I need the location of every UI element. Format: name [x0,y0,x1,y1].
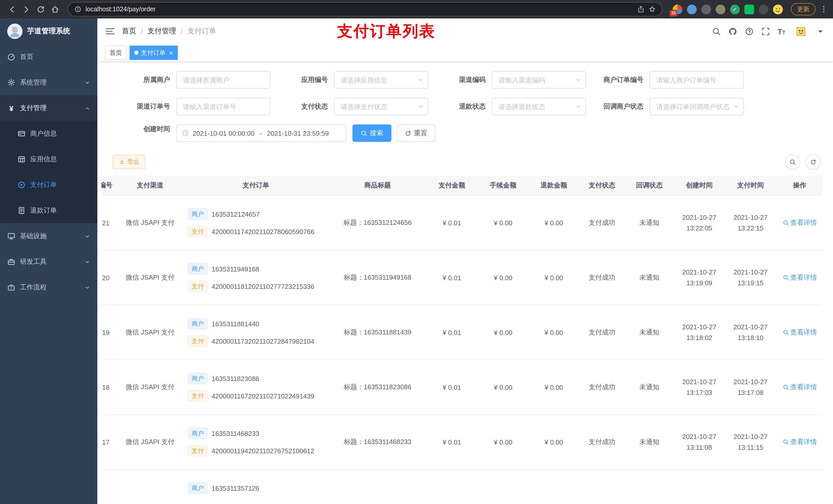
workflow-icon [7,283,15,291]
sidebar-item[interactable]: 支付订单 [0,172,97,198]
view-detail-link[interactable]: 查看详情 [783,218,817,227]
cell-channel: 微信 JSAPI 支付 [117,195,183,250]
filter-input-field[interactable] [335,72,428,88]
channel-pay-no: 4200001167202110271022491439 [212,392,314,400]
sidebar-item[interactable]: ¥支付管理 [0,95,97,121]
download-icon [119,159,125,165]
home-icon[interactable] [48,3,62,16]
filter-select[interactable] [649,98,744,115]
refresh-icon [405,130,411,137]
extension-dark-circle-icon[interactable] [701,4,711,14]
cell-created-time: 2021-10-2713:22:05 [674,195,725,250]
cell-id: 17 [101,415,117,470]
cell-id: 20 [101,250,117,305]
cell-fee: ¥ 0.00 [477,195,529,250]
sidebar-logo[interactable]: 芋道管理系统 [0,19,97,44]
filter-input[interactable] [649,71,744,89]
browser-menu-icon[interactable] [820,5,828,13]
search-button[interactable]: 搜索 [353,124,391,142]
share-icon[interactable] [637,6,644,13]
filter-input-field[interactable] [650,72,743,88]
cell-notify: 未通知 [625,250,674,305]
font-size-icon[interactable]: TT [778,27,785,35]
filter-input-field[interactable] [492,72,586,88]
filter-input[interactable] [176,71,270,89]
address-bar[interactable]: localhost:1024/pay/order [68,2,662,16]
cell-notify [625,470,674,504]
sidebar-item[interactable]: 系统管理 [0,70,97,95]
user-menu-caret-icon[interactable] [816,27,825,35]
tab-close-icon[interactable]: × [169,49,173,56]
breadcrumb-item[interactable]: 支付管理 [147,27,176,36]
extension-blue-drop-icon[interactable] [687,4,697,14]
cell-amount: ¥ 0.01 [426,195,477,250]
fullscreen-icon[interactable] [761,27,770,35]
cell-status: 支付成功 [579,195,625,250]
cell-title: 标题：1635311468233 [329,415,426,470]
sidebar-item[interactable]: 工作流程 [0,274,97,300]
pay-tag: 支付 [188,335,208,347]
sidebar-item[interactable]: 研发工具 [0,249,97,274]
merchant-tag: 商户 [188,318,208,329]
tab-item[interactable]: 首页 [105,46,126,60]
sidebar-item[interactable]: 退款订单 [0,198,97,223]
github-icon[interactable] [728,27,737,35]
filter-input-field[interactable] [650,98,743,115]
back-icon[interactable] [5,3,19,16]
sidebar-item[interactable]: 基础设施 [0,223,97,249]
forward-icon[interactable] [20,3,33,16]
extension-green-check-icon[interactable]: ✓ [730,4,740,14]
bookmark-star-icon[interactable] [648,6,656,13]
help-icon[interactable] [745,27,753,35]
breadcrumb-item[interactable]: 首页 [122,27,136,36]
merchant-order-no: 1635311823086 [212,375,259,382]
filter-input-field[interactable] [335,98,428,115]
sidebar-item[interactable]: 商户信息 [0,121,97,146]
filter-select[interactable] [334,98,428,115]
extension-wechat-icon[interactable] [744,4,754,14]
view-detail-link[interactable]: 查看详情 [783,437,817,447]
cell-paid-time [725,470,776,504]
breadcrumb-item: 支付订单 [188,27,216,36]
filter-select[interactable] [492,98,586,115]
chevron-up-icon [85,105,90,111]
extension-profile-emoji-icon[interactable] [773,4,783,14]
date-start-value: 2021-10-01 00:00:00 [193,129,254,137]
header-search-icon[interactable] [712,27,720,35]
site-info-icon[interactable] [74,6,81,13]
view-detail-link[interactable]: 查看详情 [783,383,817,392]
view-detail-link[interactable]: 查看详情 [783,273,817,282]
filter-input-field[interactable] [177,98,270,115]
sidebar-item-label: 商户信息 [30,129,57,138]
extension-dark-pin-icon[interactable] [759,4,768,14]
reset-button[interactable]: 重置 [397,124,435,142]
extension-olive-circle-icon[interactable] [716,4,725,14]
cell-notify: 未通知 [625,360,674,415]
cell-created-time: 2021-10-2713:19:09 [674,250,725,305]
table-row: 21微信 JSAPI 支付商户1635312124657支付4200001174… [101,195,823,250]
cell-refund: ¥ 0.00 [529,360,579,415]
cell-id: 18 [101,360,117,415]
toggle-search-button[interactable] [785,154,800,170]
filter-field: 支付状态 [270,98,428,115]
filter-select[interactable] [334,71,428,89]
view-detail-link[interactable]: 查看详情 [783,328,817,337]
reload-icon[interactable] [34,3,47,16]
tab-active[interactable]: 支付订单× [129,46,177,60]
sidebar-item[interactable]: 首页 [0,44,97,70]
cell-action [776,470,823,504]
filter-input-field[interactable] [177,72,270,88]
refresh-table-button[interactable] [805,154,821,170]
chrome-update-button[interactable]: 更新 [791,3,815,15]
filter-select[interactable] [492,71,586,89]
export-button[interactable]: 导出 [113,155,145,169]
filter-field: 退款状态 [428,98,586,115]
user-avatar[interactable] [793,24,808,39]
filter-input[interactable] [176,98,270,115]
url-text[interactable]: localhost:1024/pay/order [86,6,633,13]
date-range-picker[interactable]: 2021-10-01 00:00:00 - 2021-10-31 23:59:5… [176,124,346,142]
sidebar-item[interactable]: 应用信息 [0,146,97,172]
filter-input-field[interactable] [492,98,586,115]
extension-google-apps-icon[interactable]: 10 [673,4,682,14]
hamburger-icon[interactable] [105,27,115,36]
